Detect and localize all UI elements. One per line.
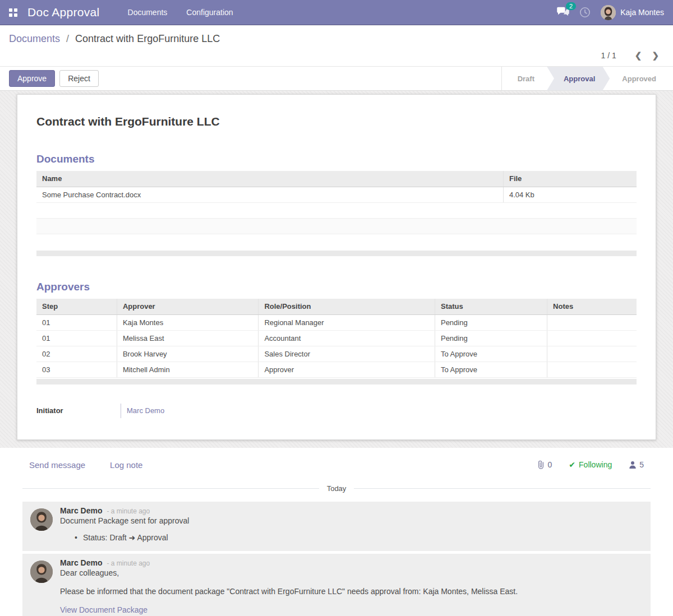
approver-name: Kaja Montes (117, 314, 259, 330)
send-message-button[interactable]: Send message (29, 460, 85, 470)
pager: 1 / 1 ❮ ❯ (0, 47, 673, 67)
approver-role: Regional Manager (259, 314, 435, 330)
approvers-col-approver[interactable]: Approver (117, 299, 259, 314)
user-name: Kaja Montes (620, 8, 664, 17)
approver-row[interactable]: 03 Mitchell Admin Approver To Approve (36, 362, 637, 377)
documents-col-name[interactable]: Name (36, 171, 503, 187)
menu-documents[interactable]: Documents (128, 8, 168, 17)
user-avatar (601, 5, 616, 20)
approvers-table-footer (36, 379, 637, 385)
chatter: Send message Log note 0 ✔ Following 5 (0, 448, 673, 616)
documents-table: Name File Some Purchase Contract.docx 4.… (36, 171, 637, 249)
date-divider-label: Today (319, 484, 354, 493)
approvers-col-notes[interactable]: Notes (547, 299, 637, 314)
approver-notes (547, 330, 637, 346)
initiator-value[interactable]: Marc Demo (127, 406, 164, 415)
apps-menu-icon[interactable] (9, 8, 17, 17)
field-separator (121, 404, 121, 418)
breadcrumb: Documents / Contract with ErgoFurniture … (0, 25, 673, 47)
approver-step: 02 (36, 346, 117, 362)
approver-notes (547, 362, 637, 377)
attachments-button[interactable]: 0 (537, 460, 552, 469)
attachments-count: 0 (548, 460, 552, 469)
approver-step: 03 (36, 362, 117, 377)
document-sheet: Contract with ErgoFurniture LLC Document… (17, 94, 656, 440)
check-icon: ✔ (569, 460, 575, 469)
empty-row (36, 218, 637, 234)
approver-row[interactable]: 01 Melissa East Accountant Pending (36, 330, 637, 346)
breadcrumb-parent[interactable]: Documents (9, 33, 60, 44)
status-step-approved[interactable]: Approved (610, 67, 669, 91)
approver-step: 01 (36, 314, 117, 330)
approver-notes (547, 314, 637, 330)
paperclip-icon (537, 460, 545, 469)
message-author-avatar[interactable] (30, 561, 53, 583)
message-author[interactable]: Marc Demo (60, 506, 102, 515)
main-menu: Documents Configuration (128, 8, 233, 17)
approvers-table: Step Approver Role/Position Status Notes… (36, 299, 637, 378)
followers-button[interactable]: 5 (629, 460, 644, 469)
approver-role: Approver (259, 362, 435, 377)
breadcrumb-separator: / (66, 33, 69, 44)
control-panel: Approve Reject Draft Approval Approved (0, 67, 673, 91)
person-icon (629, 461, 637, 469)
top-navbar: Doc Approval Documents Configuration 2 (0, 0, 673, 25)
followers-count: 5 (639, 460, 644, 469)
statusbar: Draft Approval Approved (501, 67, 673, 90)
user-menu[interactable]: Kaja Montes (601, 5, 664, 20)
chatter-message: Marc Demo - a minute ago Dear colleagues… (22, 554, 651, 616)
approve-button[interactable]: Approve (9, 70, 55, 87)
document-file-size: 4.04 Kb (503, 187, 637, 202)
reject-button[interactable]: Reject (59, 70, 99, 87)
message-body: Document Package sent for approval (60, 516, 643, 525)
approvers-col-role[interactable]: Role/Position (259, 299, 435, 314)
pager-value: 1 / 1 (601, 51, 616, 60)
pager-previous-icon[interactable]: ❮ (630, 50, 647, 61)
document-row[interactable]: Some Purchase Contract.docx 4.04 Kb (36, 187, 637, 202)
approver-role: Accountant (259, 330, 435, 346)
approver-row[interactable]: 02 Brook Harvey Sales Director To Approv… (36, 346, 637, 362)
empty-row (36, 234, 637, 249)
message-status-change: Status: Draft ➜ Approval (75, 533, 643, 542)
approvers-col-step[interactable]: Step (36, 299, 117, 314)
following-label: Following (579, 460, 612, 469)
form-view-background: Contract with ErgoFurniture LLC Document… (0, 91, 673, 448)
approver-row[interactable]: 01 Kaja Montes Regional Manager Pending (36, 314, 637, 330)
app-title[interactable]: Doc Approval (27, 6, 100, 19)
message-greeting: Dear colleagues, (60, 568, 643, 577)
message-author[interactable]: Marc Demo (60, 558, 102, 567)
view-document-package-link[interactable]: View Document Package (60, 605, 643, 614)
log-note-button[interactable]: Log note (110, 460, 142, 470)
message-author-avatar[interactable] (30, 508, 53, 531)
empty-row (36, 202, 637, 218)
following-button[interactable]: ✔ Following (569, 460, 612, 469)
approver-notes (547, 346, 637, 362)
breadcrumb-current: Contract with ErgoFurniture LLC (75, 33, 220, 44)
approver-step: 01 (36, 330, 117, 346)
message-timestamp: - a minute ago (107, 559, 150, 567)
approvers-section-heading: Approvers (36, 281, 637, 293)
approver-name: Mitchell Admin (117, 362, 259, 377)
initiator-field: Initiator Marc Demo (36, 404, 637, 418)
status-step-draft[interactable]: Draft (505, 67, 547, 91)
approver-status: To Approve (435, 346, 547, 362)
document-name[interactable]: Some Purchase Contract.docx (36, 187, 503, 202)
approver-role: Sales Director (259, 346, 435, 362)
status-step-approval[interactable]: Approval (547, 67, 610, 91)
menu-configuration[interactable]: Configuration (186, 8, 233, 17)
approvers-col-status[interactable]: Status (435, 299, 547, 314)
messages-button[interactable]: 2 (557, 6, 569, 18)
record-title: Contract with ErgoFurniture LLC (36, 115, 637, 128)
documents-col-file[interactable]: File (503, 171, 637, 187)
pager-next-icon[interactable]: ❯ (647, 50, 664, 61)
approver-status: To Approve (435, 362, 547, 377)
chatter-message: Marc Demo - a minute ago Document Packag… (22, 502, 651, 551)
approver-name: Melissa East (117, 330, 259, 346)
approver-name: Brook Harvey (117, 346, 259, 362)
activities-clock-icon[interactable] (579, 7, 591, 18)
approver-status: Pending (435, 314, 547, 330)
initiator-label: Initiator (36, 406, 121, 415)
documents-table-footer (36, 251, 637, 256)
approver-status: Pending (435, 330, 547, 346)
date-divider: Today (22, 484, 651, 493)
